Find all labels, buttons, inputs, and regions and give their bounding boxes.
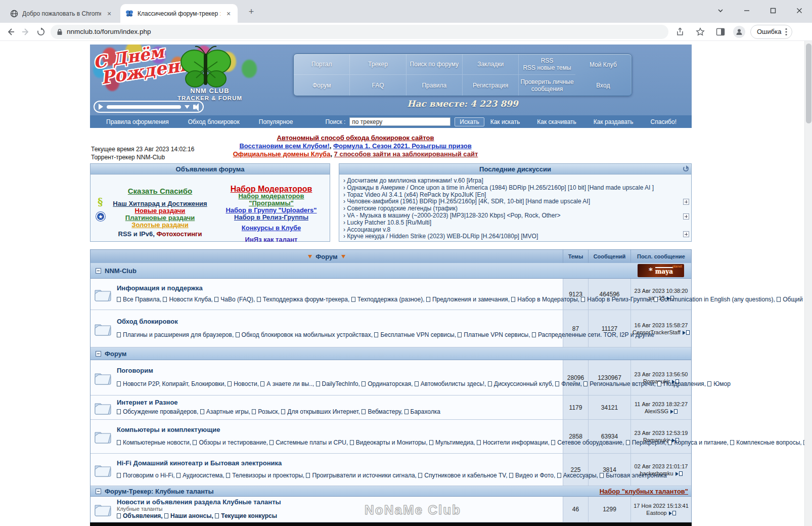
audio-player[interactable] bbox=[94, 101, 204, 113]
refresh-icon[interactable] bbox=[683, 166, 689, 171]
subforum-link[interactable]: Азартные игры bbox=[206, 408, 249, 415]
subforum-link[interactable]: Розыск bbox=[258, 408, 278, 415]
subforum-link[interactable]: Обсуждение провайдеров bbox=[123, 408, 197, 415]
subforum-link[interactable]: Ординаторская bbox=[368, 380, 411, 387]
subforum-link[interactable]: Вебмастеру bbox=[368, 408, 400, 415]
forum-link[interactable]: Hi-Fi Домашний кинотеатр и Бытовая элект… bbox=[117, 459, 560, 467]
subforum-link[interactable]: Флейм bbox=[561, 380, 580, 387]
discussion-link[interactable]: Однажды в Америке / Once upon a time in … bbox=[347, 185, 654, 191]
forum-link[interactable]: Информация и поддержка bbox=[117, 284, 560, 292]
subforum-link[interactable]: Набор в Модераторы bbox=[517, 296, 577, 303]
subnav-link[interactable]: Как искать bbox=[490, 118, 520, 125]
subforum-link[interactable]: Барахолка bbox=[411, 408, 440, 415]
profile-avatar[interactable] bbox=[733, 26, 745, 38]
volume-icon[interactable] bbox=[193, 105, 196, 109]
subforum-link[interactable]: Компьютерные новости bbox=[123, 439, 190, 446]
subforum-link[interactable]: Бесплатные VPN сервисы bbox=[380, 331, 454, 338]
subforum-link[interactable]: Поговорим о Hi-Fi bbox=[123, 472, 173, 479]
share-icon[interactable] bbox=[672, 24, 688, 39]
menu-item[interactable]: Форум bbox=[294, 75, 350, 96]
discussion-link[interactable]: Советские городские легенды (трафик) bbox=[347, 205, 458, 212]
close-tab-icon[interactable]: × bbox=[105, 10, 113, 18]
discussion-link[interactable]: Ассоциации v.8 bbox=[347, 227, 390, 233]
official-domains-link[interactable]: Официальные домены Клуба bbox=[233, 150, 331, 158]
mod-programs-link[interactable]: Набор модераторов "Программы" bbox=[217, 193, 326, 207]
subforum-link[interactable]: Новости Клуба bbox=[169, 296, 211, 303]
subforum-link[interactable]: Системные платы и CPU bbox=[276, 439, 346, 446]
goto-post-icon[interactable] bbox=[669, 509, 676, 516]
subforum-link[interactable]: Дискуссионный клуб bbox=[494, 380, 552, 387]
expand-button[interactable] bbox=[683, 199, 689, 205]
forum-link[interactable]: Новости и объявления раздела Клубные тал… bbox=[117, 498, 560, 506]
subforum-link[interactable]: Телевизоры и проекторы bbox=[232, 472, 303, 479]
expand-button[interactable] bbox=[683, 231, 689, 237]
restore-club-link[interactable]: Восстановим всем Клубом! bbox=[239, 142, 329, 150]
subforum-link[interactable]: Комплексные вопросы bbox=[736, 439, 800, 446]
sort-arrow-icon[interactable] bbox=[341, 255, 345, 258]
menu-item[interactable]: Регистрация bbox=[463, 75, 519, 96]
scrollbar-thumb[interactable] bbox=[806, 43, 811, 123]
menu-item[interactable]: Мой Клуб bbox=[575, 54, 631, 75]
menu-item[interactable]: FAQ bbox=[350, 75, 406, 96]
contests-link[interactable]: Конкурсы в Клубе bbox=[217, 225, 326, 232]
forum-link[interactable]: Компьютеры и комплектующие bbox=[117, 426, 560, 433]
discussion-link[interactable]: Topaz Video AI 3.4.1 (x64) RePack by Kpo… bbox=[347, 192, 486, 198]
new-releases-link[interactable]: Новые раздачи bbox=[98, 207, 222, 214]
side-panel-icon[interactable] bbox=[713, 24, 728, 39]
subforum-link[interactable]: Поздравления bbox=[663, 380, 704, 387]
subforum-link[interactable]: Бытовая электроника bbox=[606, 472, 667, 479]
subforum-link[interactable]: Автомобилисты здесь! bbox=[421, 380, 484, 387]
formula1-link[interactable]: Формула 1. Сезон 2021. Розыгрыш призов bbox=[333, 142, 472, 150]
back-button[interactable] bbox=[3, 24, 18, 39]
playlist-dropdown-icon[interactable] bbox=[185, 105, 190, 109]
tab-welcome-chrome[interactable]: Добро пожаловать в Chrome! × bbox=[5, 4, 118, 23]
rss-ipv6-link[interactable]: RSS и IPv6, bbox=[118, 230, 155, 238]
goto-post-icon[interactable] bbox=[683, 329, 690, 336]
subforum-link[interactable]: DailyTechInfo bbox=[322, 380, 358, 387]
forward-button[interactable] bbox=[18, 24, 33, 39]
menu-item[interactable]: Проверить личные сообщения bbox=[519, 75, 575, 96]
subforum-link[interactable]: Платные VPN сервисы bbox=[464, 331, 528, 338]
menu-item[interactable]: Закладки bbox=[463, 54, 519, 75]
subforum-link[interactable]: Сетевое оборудование bbox=[557, 439, 622, 446]
goto-post-icon[interactable] bbox=[675, 470, 683, 477]
subforum-link[interactable]: Аксессуары bbox=[563, 472, 597, 479]
subnav-link[interactable]: Как раздавать bbox=[594, 118, 634, 125]
subforum-link[interactable]: Проигрыватели и источники сигнала bbox=[312, 472, 415, 479]
subnav-link[interactable]: Спасибо! bbox=[651, 118, 676, 125]
search-button[interactable]: Искать bbox=[455, 117, 484, 126]
photohosting-link[interactable]: Фотохостинги bbox=[156, 230, 202, 238]
subforum-link[interactable]: Обзоры и тестирование bbox=[199, 439, 266, 446]
subforum-link[interactable]: Новости bbox=[234, 380, 257, 387]
search-input[interactable] bbox=[349, 117, 450, 126]
expand-button[interactable] bbox=[683, 213, 689, 220]
goto-post-icon[interactable] bbox=[670, 408, 678, 415]
bookmark-star-icon[interactable] bbox=[693, 24, 708, 39]
sort-arrow-icon[interactable] bbox=[308, 255, 312, 258]
reload-button[interactable] bbox=[33, 24, 49, 39]
subforum-link[interactable]: Техподдержка форум-трекера bbox=[263, 296, 348, 303]
chevron-down-icon[interactable] bbox=[715, 5, 726, 16]
subforum-link[interactable]: Текущие конкурсы bbox=[221, 512, 277, 519]
new-tab-button[interactable]: + bbox=[246, 7, 256, 17]
last-post-user[interactable]: AlexiSSG bbox=[645, 408, 668, 414]
inyaz-link[interactable]: ИнЯз как талант bbox=[217, 236, 326, 243]
subforum-link[interactable]: Предложения и замечания bbox=[432, 296, 508, 303]
subforum-link[interactable]: Для открывших Интернет bbox=[287, 408, 358, 415]
subforum-link[interactable]: Обход блокировок на мобильных устройства… bbox=[242, 331, 371, 338]
platinum-link[interactable]: Платиновые раздачи bbox=[98, 214, 222, 222]
menu-item[interactable]: Трекер bbox=[350, 54, 406, 75]
bypass-link[interactable]: Автономный способ обхода блокировок сайт… bbox=[277, 134, 434, 142]
discussion-link[interactable]: Lucky Patcher 10.8.5 [Ru/Multi] bbox=[347, 220, 431, 226]
progress-bar[interactable] bbox=[107, 105, 181, 109]
subforum-link[interactable]: Корпуса и питание bbox=[674, 439, 727, 446]
close-window-button[interactable] bbox=[794, 5, 805, 16]
menu-item[interactable]: Портал bbox=[294, 54, 350, 75]
subforum-link[interactable]: Все Правила bbox=[123, 296, 160, 303]
scrollbar[interactable] bbox=[804, 41, 812, 526]
menu-item[interactable]: Правила bbox=[407, 75, 463, 96]
forum-link[interactable]: Интернет и Разное bbox=[117, 399, 560, 406]
address-bar[interactable]: nnmclub.to/forum/index.php bbox=[51, 25, 668, 39]
subforum-link[interactable]: Видеокарты и Мониторы bbox=[356, 439, 426, 446]
forum-link[interactable]: Обход блокировок bbox=[117, 318, 560, 325]
